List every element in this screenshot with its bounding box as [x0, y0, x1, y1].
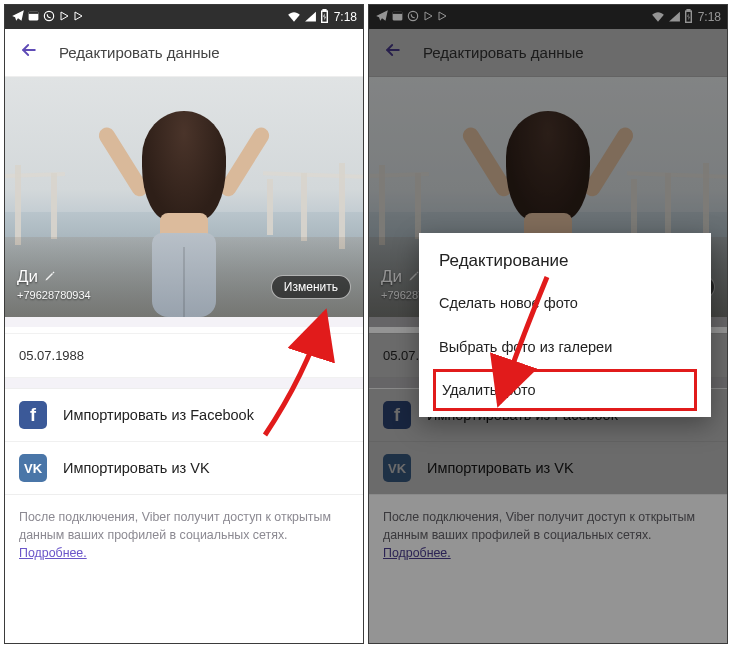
facebook-icon: f [19, 401, 47, 429]
edit-photo-dialog: Редактирование Сделать новое фото Выбрат… [419, 233, 711, 417]
import-vk-row[interactable]: VK Импортировать из VK [5, 441, 363, 494]
battery-icon [320, 9, 329, 26]
dialog-title: Редактирование [419, 237, 711, 281]
dialog-option-new-photo[interactable]: Сделать новое фото [419, 281, 711, 325]
import-facebook-row[interactable]: f Импортировать из Facebook [5, 389, 363, 441]
viber-icon [42, 9, 56, 26]
profile-phone: +79628780934 [17, 289, 91, 301]
screen-right: 7:18 Редактировать данные Ди [368, 4, 728, 644]
import-section: f Импортировать из Facebook VK Импортиро… [5, 388, 363, 495]
dob-field[interactable]: 05.07.1988 [5, 333, 363, 378]
play-icon [58, 10, 70, 25]
play-icon [72, 10, 84, 25]
pier-post [15, 165, 21, 245]
vk-icon: VK [19, 454, 47, 482]
svg-rect-4 [323, 9, 326, 10]
person-figure [114, 111, 254, 317]
cover-info: Ди +79628780934 [17, 267, 91, 301]
back-arrow-icon[interactable] [19, 40, 39, 65]
calendar-icon [27, 9, 40, 25]
wifi-icon [287, 10, 301, 25]
status-right-icons: 7:18 [287, 9, 357, 26]
signal-icon [304, 10, 317, 25]
footer-link[interactable]: Подробнее. [19, 546, 87, 560]
svg-point-2 [44, 11, 53, 20]
pier-post [301, 173, 307, 241]
status-left-icons [11, 9, 84, 26]
screen-left: 7:18 Редактировать данные Ди [4, 4, 364, 644]
page-title: Редактировать данные [59, 44, 220, 61]
app-bar: Редактировать данные [5, 29, 363, 77]
dialog-option-gallery[interactable]: Выбрать фото из галереи [419, 325, 711, 369]
change-photo-button[interactable]: Изменить [271, 275, 351, 299]
section-gap [5, 378, 363, 388]
dialog-option-delete[interactable]: Удалить фото [433, 369, 697, 411]
status-time: 7:18 [334, 10, 357, 24]
footer-text: После подключения, Viber получит доступ … [5, 495, 363, 563]
profile-name-row[interactable]: Ди [17, 267, 91, 287]
dob-value: 05.07.1988 [19, 348, 84, 363]
change-photo-label: Изменить [284, 280, 338, 294]
svg-rect-1 [29, 12, 39, 14]
pier-post [267, 179, 273, 235]
import-facebook-label: Импортировать из Facebook [63, 407, 254, 423]
footer-body: После подключения, Viber получит доступ … [19, 510, 331, 542]
section-gap [5, 317, 363, 327]
import-vk-label: Импортировать из VK [63, 460, 210, 476]
cover-photo[interactable]: Ди +79628780934 Изменить [5, 77, 363, 317]
pencil-icon[interactable] [44, 270, 56, 285]
profile-name: Ди [17, 267, 38, 287]
pier-post [51, 173, 57, 239]
telegram-icon [11, 9, 25, 26]
status-bar: 7:18 [5, 5, 363, 29]
